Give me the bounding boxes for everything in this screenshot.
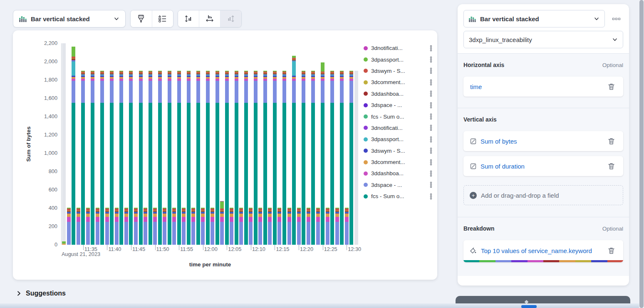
left-axis-button[interactable] [178, 10, 199, 27]
legend-item[interactable]: 3dnotificati... [364, 122, 433, 134]
bar-stack [182, 208, 186, 245]
bar-segment [340, 81, 344, 103]
bar-segment [201, 222, 205, 245]
trash-icon [607, 137, 615, 145]
palette-color-segment [495, 260, 511, 262]
legend-item-actions-icon[interactable] [429, 102, 433, 109]
scrollbar-thumb[interactable] [639, 0, 644, 308]
bar-segment [119, 81, 123, 103]
legend-item-actions-icon[interactable] [429, 79, 433, 86]
legend-item-actions-icon[interactable] [429, 90, 433, 97]
legend-item-actions-icon[interactable] [429, 67, 433, 75]
bar-stack [81, 71, 85, 245]
layer-settings-button[interactable] [609, 12, 623, 26]
panel-chart-type-select[interactable]: Bar vertical stacked [463, 10, 605, 27]
chevron-down-icon [114, 16, 119, 22]
legend: 3dnotificati...3dpassport...3dswym - S..… [364, 42, 433, 202]
legend-item-label: 3dnotificati... [371, 125, 426, 131]
remove-dimension-button[interactable] [604, 159, 618, 173]
palette-color-segment [607, 260, 623, 262]
remove-dimension-button[interactable] [604, 243, 618, 258]
bar-stack [311, 71, 315, 245]
legend-item[interactable]: 3dswym - S... [364, 145, 433, 156]
bar-segment [201, 214, 205, 217]
legend-item[interactable]: 3dpassport... [364, 54, 433, 65]
bar-stack [177, 71, 181, 245]
bar-segment [124, 214, 128, 217]
chart-type-switcher[interactable]: Bar vertical stacked [13, 10, 126, 27]
dimension-sum-of-bytes[interactable]: Sum of bytes [463, 131, 623, 151]
bar-segment [287, 217, 291, 222]
legend-item[interactable]: fcs - Sum o... [364, 191, 433, 202]
legend-item[interactable]: 3dpassport... [364, 134, 433, 145]
bar-segment [91, 103, 94, 245]
remove-dimension-button[interactable] [604, 79, 618, 94]
bar-segment [105, 214, 109, 217]
bar-segment [307, 222, 310, 245]
bar-segment [153, 214, 157, 217]
legend-item-actions-icon[interactable] [429, 124, 433, 132]
display-options-group [130, 10, 173, 27]
legend-item[interactable]: 3dcomment... [364, 156, 433, 168]
bar-stack [302, 71, 305, 245]
bottom-axis-button[interactable] [199, 10, 220, 27]
suggestions-accordion[interactable]: Suggestions [16, 290, 66, 297]
bar-stack [263, 71, 267, 245]
dimension-time[interactable]: time [463, 77, 623, 97]
legend-item-actions-icon[interactable] [429, 170, 433, 177]
dimension-breakdown[interactable]: Top 10 values of service_name.keyword [463, 240, 623, 262]
bar-stack [215, 71, 219, 245]
bar-segment [139, 81, 143, 103]
bar-segment [67, 214, 71, 217]
partial-bucket-segment [354, 71, 358, 245]
legend-item[interactable]: 3ddashboa... [364, 168, 433, 179]
right-axis-button[interactable] [220, 10, 241, 27]
bar-stack [191, 208, 195, 245]
data-view-select[interactable]: 3dxp_linux_traceability [463, 31, 623, 48]
bar-segment [225, 81, 229, 103]
x-axis-tick [179, 245, 179, 250]
legend-item-label: 3dcomment... [371, 159, 426, 165]
partial-bucket-bar [354, 71, 358, 245]
legend-item[interactable]: 3dnotificati... [364, 42, 433, 54]
x-axis-tick [299, 245, 299, 250]
bar-segment [134, 217, 138, 222]
bar-stack [239, 208, 243, 245]
y-axis-tick-label: 1,200 [28, 132, 57, 138]
legend-item[interactable]: 3dcomment... [364, 77, 433, 88]
y-axis-tick-label: 2,000 [28, 58, 57, 65]
legend-item-actions-icon[interactable] [429, 45, 433, 52]
legend-item-actions-icon[interactable] [429, 181, 433, 189]
bar-segment [244, 81, 248, 103]
legend-item-actions-icon[interactable] [429, 56, 433, 63]
legend-item[interactable]: 3dspace - ... [364, 179, 433, 191]
axis-side-icon [470, 138, 476, 144]
palette-color-segment [559, 260, 575, 262]
legend-options-button[interactable] [152, 10, 173, 27]
bar-segment [235, 81, 238, 103]
x-axis-tick [323, 245, 323, 250]
bar-segment [239, 222, 243, 245]
legend-item-actions-icon[interactable] [429, 136, 433, 143]
legend-item-actions-icon[interactable] [429, 159, 433, 166]
bar-segment [115, 217, 119, 222]
palette-color-segment [543, 260, 559, 262]
legend-item[interactable]: 3ddashboa... [364, 88, 433, 99]
legend-item[interactable]: 3dswym - S... [364, 65, 433, 77]
bar-segment [249, 222, 253, 245]
y-axis-tick-label: 1,000 [28, 150, 57, 156]
bar-segment [287, 222, 291, 245]
visual-options-button[interactable] [131, 10, 152, 27]
bar-segment [263, 81, 267, 103]
legend-item[interactable]: 3dspace - ... [364, 99, 433, 111]
add-field-drop-target[interactable]: + Add or drag-and-drop a field [463, 185, 623, 205]
legend-item-actions-icon[interactable] [429, 147, 433, 154]
legend-item-actions-icon[interactable] [429, 193, 433, 200]
remove-dimension-button[interactable] [604, 134, 618, 148]
bar-segment [345, 214, 349, 217]
legend-item[interactable]: fcs - Sum o... [364, 111, 433, 122]
bar-segment [86, 222, 90, 245]
dimension-sum-of-duration[interactable]: Sum of duration [463, 156, 623, 176]
legend-item-actions-icon[interactable] [429, 113, 433, 120]
bar-stack [134, 208, 138, 245]
